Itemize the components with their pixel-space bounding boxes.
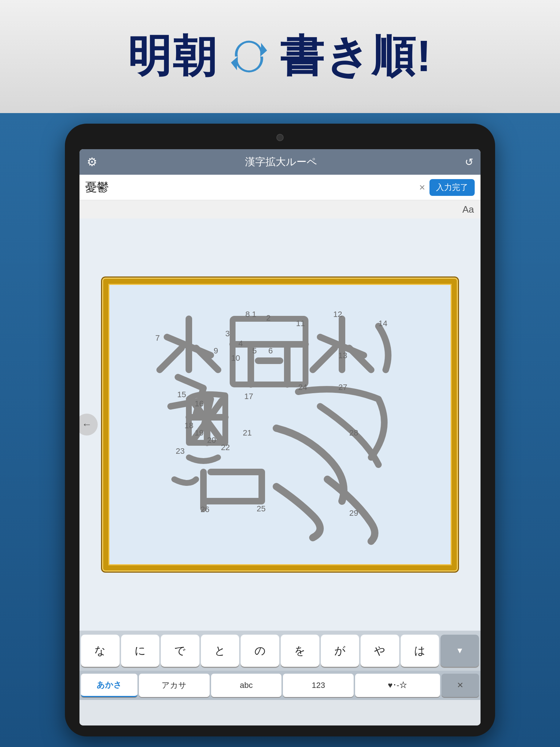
svg-text:18: 18 [184, 421, 193, 430]
header-title: 明朝 書き順! [128, 27, 433, 86]
clear-button[interactable]: × [419, 182, 425, 193]
svg-text:11: 11 [296, 319, 305, 328]
kana-key-na[interactable]: な [81, 635, 120, 667]
bottom-key-symbols[interactable]: ♥･-☆ [355, 674, 440, 697]
tablet-camera [276, 134, 284, 141]
svg-text:10: 10 [231, 353, 240, 363]
svg-line-11 [313, 348, 335, 370]
svg-text:17: 17 [244, 392, 253, 401]
svg-text:23: 23 [176, 446, 184, 456]
bottom-key-akasa[interactable]: あかさ [81, 674, 137, 697]
svg-text:3: 3 [225, 329, 230, 338]
keyboard-area: な に で と の を が や は ▼ あかさ アカサ abc 123 [79, 631, 481, 725]
kana-key-to[interactable]: と [201, 635, 240, 667]
svg-text:6: 6 [268, 346, 273, 355]
svg-text:1: 1 [252, 310, 256, 319]
app-title: 漢字拡大ルーペ [97, 155, 465, 169]
svg-text:28: 28 [349, 428, 358, 437]
bottom-key-abc[interactable]: abc [211, 674, 282, 697]
svg-text:4: 4 [238, 339, 243, 348]
kana-key-ni[interactable]: に [121, 635, 160, 667]
svg-text:19: 19 [195, 428, 203, 437]
gear-icon[interactable]: ⚙ [87, 155, 97, 169]
svg-text:5: 5 [252, 346, 257, 355]
svg-text:25: 25 [257, 504, 265, 513]
bottom-key-katakana[interactable]: アカサ [139, 674, 210, 697]
back-arrow-button[interactable]: ← [79, 414, 98, 436]
font-size-row: Aa [79, 200, 481, 218]
kana-key-ya[interactable]: や [361, 635, 399, 667]
kana-key-ga[interactable]: が [321, 635, 359, 667]
svg-text:2: 2 [266, 313, 271, 322]
svg-text:22: 22 [221, 443, 230, 452]
svg-text:21: 21 [243, 428, 252, 437]
svg-text:29: 29 [349, 508, 358, 518]
svg-text:26: 26 [201, 505, 209, 514]
kana-key-arrow[interactable]: ▼ [440, 635, 479, 667]
svg-text:27: 27 [338, 383, 347, 392]
input-complete-button[interactable]: 入力完了 [429, 179, 475, 196]
bottom-key-123[interactable]: 123 [283, 674, 354, 697]
svg-text:20: 20 [207, 436, 216, 445]
search-text[interactable]: 憂鬱 [85, 179, 419, 196]
svg-line-2 [160, 348, 182, 370]
bottom-key-delete[interactable]: ✕ [442, 674, 479, 697]
kana-key-de[interactable]: で [161, 635, 199, 667]
header-title-part1: 明朝 [128, 27, 218, 86]
gold-border-box: 1 2 3 4 5 6 7 8 9 10 11 [103, 279, 457, 570]
svg-text:12: 12 [333, 310, 342, 319]
top-header: 明朝 書き順! [0, 0, 560, 113]
kana-key-ha[interactable]: は [401, 635, 439, 667]
sync-icon [229, 36, 269, 77]
history-icon[interactable]: ↺ [465, 156, 473, 168]
kanji-stroke-diagram: 1 2 3 4 5 6 7 8 9 10 11 [123, 297, 437, 552]
header-title-part2: 書き順! [280, 27, 433, 86]
svg-text:24: 24 [298, 383, 307, 392]
app-topbar: ⚙ 漢字拡大ルーペ ↺ [79, 149, 481, 175]
tablet-screen: ⚙ 漢字拡大ルーペ ↺ 憂鬱 × 入力完了 Aa ← [79, 149, 481, 725]
svg-text:7: 7 [155, 333, 160, 342]
svg-text:16: 16 [195, 399, 203, 408]
kana-key-wo[interactable]: を [281, 635, 319, 667]
kana-row: な に で と の を が や は ▼ [79, 631, 481, 671]
keyboard-bottom-row: あかさ アカサ abc 123 ♥･-☆ ✕ [79, 671, 481, 700]
canvas-wrapper: ← [79, 218, 481, 631]
kana-key-no[interactable]: の [241, 635, 279, 667]
tablet-frame: ⚙ 漢字拡大ルーペ ↺ 憂鬱 × 入力完了 Aa ← [65, 124, 495, 736]
blue-section: ⚙ 漢字拡大ルーペ ↺ 憂鬱 × 入力完了 Aa ← [0, 113, 560, 747]
svg-text:15: 15 [177, 390, 186, 399]
svg-text:8: 8 [245, 310, 250, 319]
svg-text:13: 13 [338, 351, 347, 360]
svg-text:14: 14 [378, 319, 387, 328]
font-size-icon[interactable]: Aa [462, 204, 474, 215]
svg-text:9: 9 [214, 346, 218, 355]
search-bar: 憂鬱 × 入力完了 [79, 175, 481, 200]
